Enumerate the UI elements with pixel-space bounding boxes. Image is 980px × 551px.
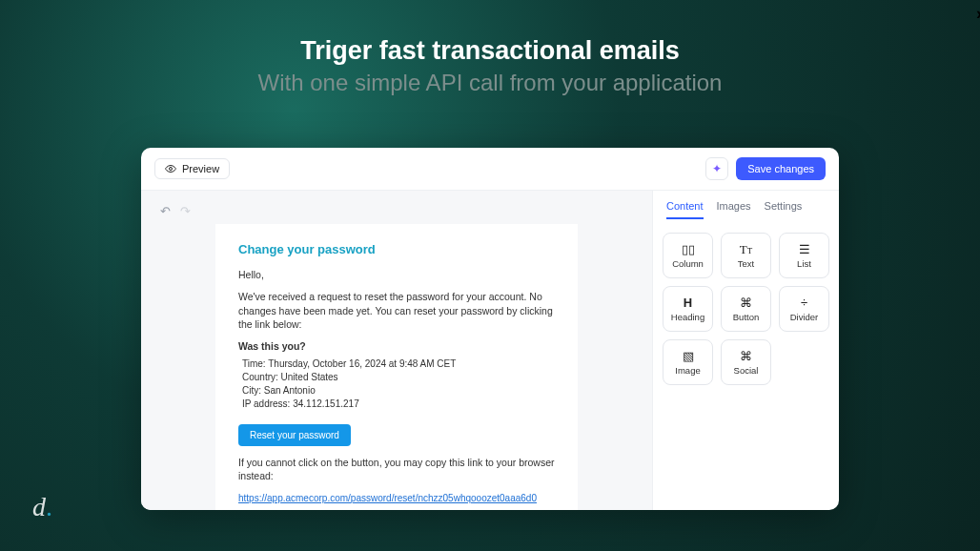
hero-title: Triger fast transactional emails bbox=[0, 0, 980, 66]
email-was-this-you: Was this you? bbox=[238, 339, 555, 354]
logo-dot-icon: . bbox=[46, 492, 52, 521]
tool-heading[interactable]: H Heading bbox=[663, 286, 713, 332]
email-reset-link[interactable]: https://app.acmecorp.com/password/reset/… bbox=[238, 493, 537, 503]
app-card: Preview ✦ Save changes ↶ ↷ Change your p… bbox=[141, 148, 839, 510]
svg-point-0 bbox=[170, 168, 173, 171]
topbar-right: ✦ Save changes bbox=[705, 157, 826, 180]
sparkle-icon: ✦ bbox=[712, 162, 722, 175]
panel-tabs: Content Images Settings bbox=[663, 191, 829, 227]
email-heading: Change your password bbox=[238, 241, 555, 258]
save-button[interactable]: Save changes bbox=[736, 157, 826, 180]
tool-social[interactable]: ⌘ Social bbox=[721, 339, 771, 385]
hero-subtitle: With one simple API call from your appli… bbox=[0, 70, 980, 96]
heading-icon: H bbox=[684, 296, 692, 309]
tool-list[interactable]: ☰ List bbox=[779, 233, 829, 278]
email-meta: Time: Thursday, October 16, 2024 at 9:48… bbox=[242, 357, 555, 411]
ai-magic-button[interactable]: ✦ bbox=[705, 157, 728, 180]
tool-text[interactable]: TT Text bbox=[721, 233, 771, 278]
topbar: Preview ✦ Save changes bbox=[141, 148, 839, 191]
email-fallback: If you cannot click on the button, you m… bbox=[238, 456, 555, 483]
logo-letter: d bbox=[32, 492, 46, 521]
tool-social-label: Social bbox=[734, 365, 759, 376]
undo-icon[interactable]: ↶ bbox=[160, 204, 171, 218]
canvas-wrap: ↶ ↷ Change your password Hello, We've re… bbox=[141, 191, 652, 510]
column-icon: ▯▯ bbox=[682, 243, 695, 255]
image-icon: ▧ bbox=[683, 350, 694, 362]
email-meta-time: Time: Thursday, October 16, 2024 at 9:48… bbox=[242, 357, 555, 371]
email-preview: Change your password Hello, We've receiv… bbox=[215, 224, 578, 510]
hero-background: Triger fast transactional emails With on… bbox=[0, 0, 980, 551]
tab-content[interactable]: Content bbox=[666, 200, 704, 219]
eye-icon bbox=[165, 163, 176, 174]
tool-text-label: Text bbox=[738, 258, 754, 269]
brand-logo: d. bbox=[32, 492, 52, 522]
side-panel: Content Images Settings ▯▯ Column TT Tex… bbox=[652, 191, 839, 510]
tool-button-label: Button bbox=[733, 312, 759, 322]
divider-icon: ÷ bbox=[801, 296, 807, 309]
email-meta-country: Country: United States bbox=[242, 371, 555, 384]
email-meta-ip: IP address: 34.112.151.217 bbox=[242, 398, 555, 411]
tool-divider[interactable]: ÷ Divider bbox=[779, 286, 829, 332]
list-icon: ☰ bbox=[799, 243, 810, 255]
email-meta-city: City: San Antonio bbox=[242, 384, 555, 398]
email-intro: We've received a request to reset the pa… bbox=[238, 290, 555, 332]
tab-images[interactable]: Images bbox=[717, 200, 751, 219]
reset-password-button[interactable]: Reset your password bbox=[238, 424, 351, 446]
tool-button[interactable]: ⌘ Button bbox=[721, 286, 771, 332]
editor-body: ↶ ↷ Change your password Hello, We've re… bbox=[141, 191, 839, 510]
history-controls: ↶ ↷ bbox=[160, 204, 633, 218]
email-greeting: Hello, bbox=[238, 268, 555, 282]
social-icon: ⌘ bbox=[740, 350, 752, 362]
tool-image[interactable]: ▧ Image bbox=[663, 339, 713, 385]
tool-divider-label: Divider bbox=[790, 312, 819, 322]
tool-grid: ▯▯ Column TT Text ☰ List H Heading bbox=[663, 233, 829, 385]
text-icon: TT bbox=[740, 243, 752, 255]
tool-column[interactable]: ▯▯ Column bbox=[663, 233, 713, 278]
tab-settings[interactable]: Settings bbox=[765, 200, 803, 219]
tool-heading-label: Heading bbox=[671, 312, 704, 322]
button-icon: ⌘ bbox=[740, 296, 752, 309]
preview-label: Preview bbox=[182, 163, 219, 174]
tool-image-label: Image bbox=[675, 365, 700, 376]
redo-icon[interactable]: ↷ bbox=[180, 204, 191, 218]
carousel-next-icon[interactable]: › bbox=[976, 4, 980, 24]
preview-button[interactable]: Preview bbox=[154, 158, 230, 179]
tool-list-label: List bbox=[797, 258, 811, 269]
tool-column-label: Column bbox=[672, 258, 704, 269]
